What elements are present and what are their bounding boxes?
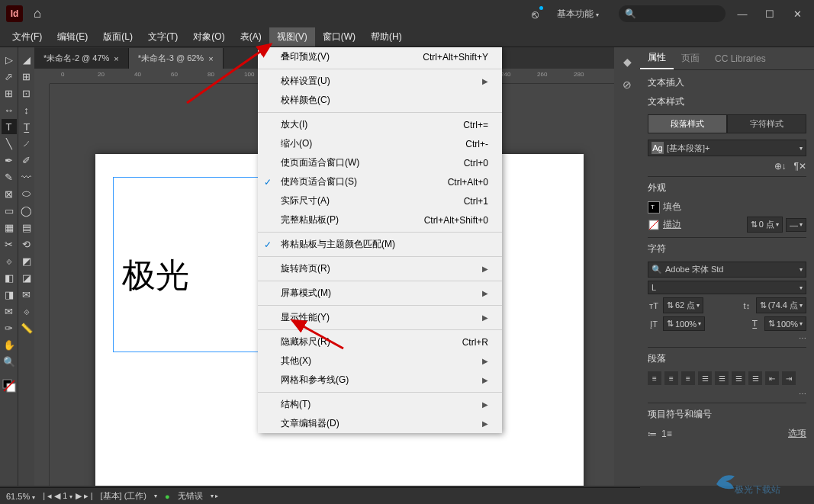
pencil-tool-icon[interactable]: ✎ bbox=[2, 169, 17, 185]
tool-b16-icon[interactable]: ⟐ bbox=[19, 303, 34, 319]
menu-3[interactable]: 文字(T) bbox=[140, 27, 185, 47]
view-menu-item-20[interactable]: 隐藏标尺(R)Ctrl+R bbox=[258, 332, 502, 352]
menu-4[interactable]: 对象(O) bbox=[185, 27, 232, 47]
style-selector[interactable]: Ag [基本段落]+▾ bbox=[648, 140, 806, 156]
stroke-style-button[interactable]: —▾ bbox=[786, 218, 806, 232]
rectangle-tool-icon[interactable]: ▭ bbox=[2, 203, 17, 218]
tool-b13-icon[interactable]: ◩ bbox=[19, 253, 34, 268]
error-status[interactable]: 无错误 bbox=[178, 490, 203, 502]
font-style-selector[interactable]: L▾ bbox=[648, 281, 806, 294]
zoom-level[interactable]: 61.5% ▾ bbox=[6, 492, 35, 501]
tool-b12-icon[interactable]: ⟲ bbox=[19, 236, 34, 252]
bullet-list-icon[interactable]: ≔ bbox=[648, 429, 657, 439]
eyedropper-tool-icon[interactable]: ✑ bbox=[2, 320, 17, 335]
character-style-button[interactable]: 字符样式 bbox=[727, 114, 806, 133]
maximize-button[interactable]: ☐ bbox=[759, 8, 780, 20]
layers-panel-icon[interactable]: ◆ bbox=[619, 53, 635, 70]
menu-2[interactable]: 版面(L) bbox=[95, 27, 140, 47]
tool-b10-icon[interactable]: ◯ bbox=[19, 203, 34, 218]
paragraph-style-button[interactable]: 段落样式 bbox=[648, 114, 727, 133]
tool-b7-icon[interactable]: ✐ bbox=[19, 152, 34, 168]
doc-tab-1[interactable]: *未命名-3 @ 62%× bbox=[129, 48, 224, 69]
view-menu-item-12[interactable]: ✓将粘贴板与主题颜色匹配(M) bbox=[258, 235, 502, 254]
search-input[interactable]: 🔍 bbox=[619, 5, 726, 22]
gradient-feather-icon[interactable]: ◨ bbox=[2, 287, 17, 302]
view-menu-item-9[interactable]: 实际尺寸(A)Ctrl+1 bbox=[258, 191, 502, 210]
view-menu-item-3[interactable]: 校样颜色(C) bbox=[258, 91, 502, 110]
page-tool-icon[interactable]: ⊞ bbox=[2, 85, 17, 101]
menu-8[interactable]: 帮助(H) bbox=[363, 27, 410, 47]
menu-5[interactable]: 表(A) bbox=[233, 27, 269, 47]
justify-right-icon[interactable]: ☰ bbox=[732, 371, 745, 385]
tool-b15-icon[interactable]: ✉ bbox=[19, 287, 34, 302]
justify-center-icon[interactable]: ☰ bbox=[715, 371, 729, 385]
view-menu-item-8[interactable]: ✓使跨页适合窗口(S)Ctrl+Alt+0 bbox=[258, 172, 502, 191]
tool-b14-icon[interactable]: ◪ bbox=[19, 270, 34, 285]
justify-all-icon[interactable]: ☰ bbox=[748, 371, 762, 385]
view-menu-item-0[interactable]: 叠印预览(V)Ctrl+Alt+Shift+Y bbox=[258, 47, 502, 66]
doc-tab-0[interactable]: *未命名-2 @ 47%× bbox=[34, 48, 129, 69]
tool-b17-icon[interactable]: 📏 bbox=[19, 320, 34, 335]
zoom-tool-icon[interactable]: 🔍 bbox=[2, 354, 17, 369]
clear-override-icon[interactable]: ¶✕ bbox=[794, 161, 806, 172]
preflight-profile[interactable]: [基本] (工作) bbox=[101, 490, 147, 502]
leading-input[interactable]: ⇅(74.4 点▾ bbox=[756, 297, 806, 313]
hand-tool-icon[interactable]: ✋ bbox=[2, 337, 17, 352]
fill-swatch-icon[interactable]: T bbox=[648, 201, 660, 213]
align-center-icon[interactable]: ≡ bbox=[664, 371, 678, 385]
close-button[interactable]: ✕ bbox=[787, 8, 808, 20]
gradient-swatch-icon[interactable]: ◧ bbox=[2, 270, 17, 285]
align-left-icon[interactable]: ≡ bbox=[648, 371, 661, 385]
view-menu-item-22[interactable]: 网格和参考线(G)▶ bbox=[258, 371, 502, 390]
menu-0[interactable]: 文件(F) bbox=[5, 27, 50, 47]
view-menu-item-14[interactable]: 旋转跨页(R)▶ bbox=[258, 259, 502, 278]
minimize-button[interactable]: — bbox=[732, 8, 753, 20]
panel-tab-2[interactable]: CC Libraries bbox=[707, 47, 774, 69]
menu-6[interactable]: 视图(V) bbox=[269, 27, 315, 47]
justify-left-icon[interactable]: ☰ bbox=[698, 371, 712, 385]
tool-b9-icon[interactable]: ⬭ bbox=[19, 186, 34, 201]
tool-b5-icon[interactable]: T̲ bbox=[19, 119, 34, 134]
new-style-icon[interactable]: ⊕↓ bbox=[774, 161, 787, 172]
workspace-switcher[interactable]: 基本功能 ▾ bbox=[549, 5, 606, 24]
page-number[interactable]: 1 bbox=[63, 491, 67, 500]
tool-b1-icon[interactable]: ◢ bbox=[19, 52, 34, 67]
pen-tool-icon[interactable]: ✒ bbox=[2, 152, 17, 168]
home-icon[interactable]: ⌂ bbox=[34, 6, 41, 21]
font-family-selector[interactable]: 🔍Adobe 宋体 Std▾ bbox=[648, 262, 806, 278]
view-menu-item-25[interactable]: 文章编辑器(D)▶ bbox=[258, 414, 502, 433]
more-options-icon[interactable]: ⋯ bbox=[799, 334, 806, 342]
view-menu-item-24[interactable]: 结构(T)▶ bbox=[258, 395, 502, 414]
free-transform-icon[interactable]: ⟐ bbox=[2, 253, 17, 268]
hscale-input[interactable]: ⇅100%▾ bbox=[764, 316, 806, 331]
line-tool-icon[interactable]: ╲ bbox=[2, 136, 17, 151]
note-tool-icon[interactable]: ✉ bbox=[2, 303, 17, 319]
stroke-weight-input[interactable]: ⇅0 点▾ bbox=[747, 217, 783, 233]
view-menu-item-16[interactable]: 屏幕模式(M)▶ bbox=[258, 284, 502, 303]
selection-tool-icon[interactable]: ▷ bbox=[2, 52, 17, 67]
table-tool-icon[interactable]: ▦ bbox=[2, 220, 17, 235]
more-options-icon-2[interactable]: ⋯ bbox=[799, 390, 806, 398]
links-panel-icon[interactable]: ⊘ bbox=[619, 76, 635, 93]
panel-tab-1[interactable]: 页面 bbox=[674, 47, 707, 69]
vscale-input[interactable]: ⇅100%▾ bbox=[663, 316, 705, 331]
type-tool-icon[interactable]: T bbox=[2, 119, 17, 134]
menu-7[interactable]: 窗口(W) bbox=[315, 27, 363, 47]
numbered-list-icon[interactable]: 1≡ bbox=[661, 429, 672, 439]
view-menu-item-6[interactable]: 缩小(O)Ctrl+- bbox=[258, 134, 502, 153]
view-menu-item-2[interactable]: 校样设置(U)▶ bbox=[258, 72, 502, 91]
tab-close-icon[interactable]: × bbox=[114, 54, 118, 63]
tool-b3-icon[interactable]: ⊡ bbox=[19, 85, 34, 101]
gap-tool-icon[interactable]: ↔ bbox=[2, 102, 17, 117]
view-menu-item-5[interactable]: 放大(I)Ctrl+= bbox=[258, 115, 502, 134]
tool-b11-icon[interactable]: ▤ bbox=[19, 220, 34, 235]
align-right-icon[interactable]: ≡ bbox=[681, 371, 695, 385]
view-menu-item-18[interactable]: 显示性能(Y)▶ bbox=[258, 308, 502, 327]
menu-1[interactable]: 编辑(E) bbox=[50, 27, 95, 47]
scissors-tool-icon[interactable]: ✂ bbox=[2, 236, 17, 252]
options-link[interactable]: 选项 bbox=[788, 427, 806, 440]
tab-close-icon[interactable]: × bbox=[208, 54, 213, 63]
panel-tab-0[interactable]: 属性 bbox=[640, 47, 674, 69]
view-menu-item-10[interactable]: 完整粘贴板(P)Ctrl+Alt+Shift+0 bbox=[258, 210, 502, 230]
font-size-input[interactable]: ⇅62 点▾ bbox=[663, 297, 703, 313]
